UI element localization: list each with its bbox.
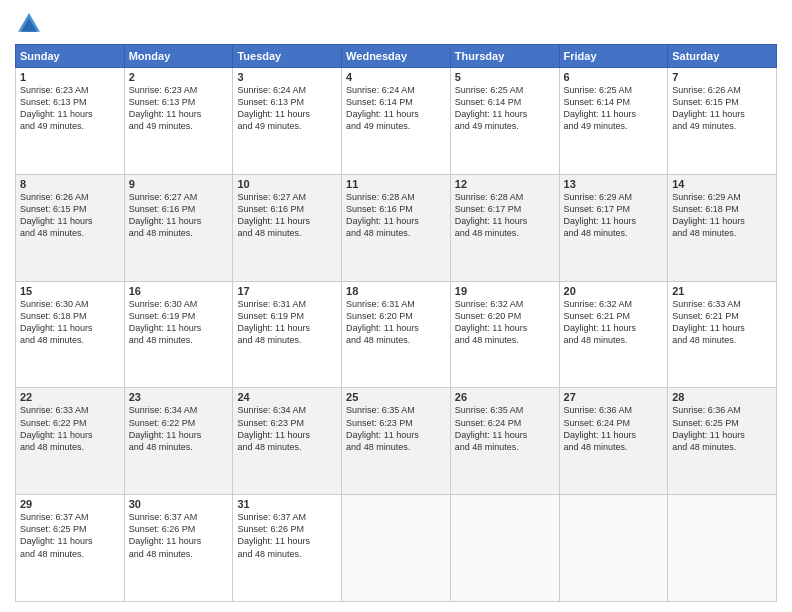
day-info: Sunrise: 6:26 AM Sunset: 6:15 PM Dayligh… — [672, 84, 772, 133]
calendar-day-cell — [559, 495, 668, 602]
calendar-day-cell: 9 Sunrise: 6:27 AM Sunset: 6:16 PM Dayli… — [124, 174, 233, 281]
weekday-header-cell: Sunday — [16, 45, 125, 68]
day-number: 16 — [129, 285, 229, 297]
calendar-day-cell: 6 Sunrise: 6:25 AM Sunset: 6:14 PM Dayli… — [559, 68, 668, 175]
day-number: 4 — [346, 71, 446, 83]
day-info: Sunrise: 6:34 AM Sunset: 6:22 PM Dayligh… — [129, 404, 229, 453]
calendar-day-cell: 4 Sunrise: 6:24 AM Sunset: 6:14 PM Dayli… — [342, 68, 451, 175]
calendar-day-cell: 5 Sunrise: 6:25 AM Sunset: 6:14 PM Dayli… — [450, 68, 559, 175]
header — [15, 10, 777, 38]
day-info: Sunrise: 6:27 AM Sunset: 6:16 PM Dayligh… — [129, 191, 229, 240]
day-number: 11 — [346, 178, 446, 190]
weekday-header-cell: Tuesday — [233, 45, 342, 68]
logo — [15, 10, 47, 38]
day-info: Sunrise: 6:28 AM Sunset: 6:16 PM Dayligh… — [346, 191, 446, 240]
calendar-day-cell: 29 Sunrise: 6:37 AM Sunset: 6:25 PM Dayl… — [16, 495, 125, 602]
calendar-day-cell: 18 Sunrise: 6:31 AM Sunset: 6:20 PM Dayl… — [342, 281, 451, 388]
day-info: Sunrise: 6:31 AM Sunset: 6:20 PM Dayligh… — [346, 298, 446, 347]
day-number: 24 — [237, 391, 337, 403]
weekday-header-cell: Monday — [124, 45, 233, 68]
calendar-day-cell: 13 Sunrise: 6:29 AM Sunset: 6:17 PM Dayl… — [559, 174, 668, 281]
weekday-header-cell: Wednesday — [342, 45, 451, 68]
day-number: 15 — [20, 285, 120, 297]
calendar-week-row: 8 Sunrise: 6:26 AM Sunset: 6:15 PM Dayli… — [16, 174, 777, 281]
day-number: 21 — [672, 285, 772, 297]
calendar-day-cell: 8 Sunrise: 6:26 AM Sunset: 6:15 PM Dayli… — [16, 174, 125, 281]
calendar-day-cell — [668, 495, 777, 602]
day-info: Sunrise: 6:35 AM Sunset: 6:24 PM Dayligh… — [455, 404, 555, 453]
calendar-day-cell — [450, 495, 559, 602]
day-info: Sunrise: 6:31 AM Sunset: 6:19 PM Dayligh… — [237, 298, 337, 347]
weekday-header-cell: Saturday — [668, 45, 777, 68]
page: SundayMondayTuesdayWednesdayThursdayFrid… — [0, 0, 792, 612]
day-info: Sunrise: 6:25 AM Sunset: 6:14 PM Dayligh… — [564, 84, 664, 133]
weekday-header-cell: Friday — [559, 45, 668, 68]
day-number: 14 — [672, 178, 772, 190]
day-info: Sunrise: 6:37 AM Sunset: 6:25 PM Dayligh… — [20, 511, 120, 560]
weekday-header-cell: Thursday — [450, 45, 559, 68]
day-number: 9 — [129, 178, 229, 190]
day-number: 12 — [455, 178, 555, 190]
day-number: 25 — [346, 391, 446, 403]
calendar-day-cell: 11 Sunrise: 6:28 AM Sunset: 6:16 PM Dayl… — [342, 174, 451, 281]
day-info: Sunrise: 6:28 AM Sunset: 6:17 PM Dayligh… — [455, 191, 555, 240]
day-number: 28 — [672, 391, 772, 403]
calendar-day-cell: 7 Sunrise: 6:26 AM Sunset: 6:15 PM Dayli… — [668, 68, 777, 175]
calendar-day-cell: 1 Sunrise: 6:23 AM Sunset: 6:13 PM Dayli… — [16, 68, 125, 175]
day-info: Sunrise: 6:33 AM Sunset: 6:21 PM Dayligh… — [672, 298, 772, 347]
day-info: Sunrise: 6:36 AM Sunset: 6:25 PM Dayligh… — [672, 404, 772, 453]
day-info: Sunrise: 6:23 AM Sunset: 6:13 PM Dayligh… — [129, 84, 229, 133]
day-info: Sunrise: 6:24 AM Sunset: 6:14 PM Dayligh… — [346, 84, 446, 133]
day-number: 5 — [455, 71, 555, 83]
calendar-day-cell: 3 Sunrise: 6:24 AM Sunset: 6:13 PM Dayli… — [233, 68, 342, 175]
calendar-day-cell: 30 Sunrise: 6:37 AM Sunset: 6:26 PM Dayl… — [124, 495, 233, 602]
calendar-week-row: 22 Sunrise: 6:33 AM Sunset: 6:22 PM Dayl… — [16, 388, 777, 495]
calendar-day-cell: 12 Sunrise: 6:28 AM Sunset: 6:17 PM Dayl… — [450, 174, 559, 281]
calendar-day-cell: 16 Sunrise: 6:30 AM Sunset: 6:19 PM Dayl… — [124, 281, 233, 388]
day-number: 26 — [455, 391, 555, 403]
calendar-week-row: 1 Sunrise: 6:23 AM Sunset: 6:13 PM Dayli… — [16, 68, 777, 175]
day-info: Sunrise: 6:34 AM Sunset: 6:23 PM Dayligh… — [237, 404, 337, 453]
logo-icon — [15, 10, 43, 38]
day-number: 1 — [20, 71, 120, 83]
calendar-day-cell: 26 Sunrise: 6:35 AM Sunset: 6:24 PM Dayl… — [450, 388, 559, 495]
day-number: 3 — [237, 71, 337, 83]
day-info: Sunrise: 6:26 AM Sunset: 6:15 PM Dayligh… — [20, 191, 120, 240]
day-info: Sunrise: 6:32 AM Sunset: 6:21 PM Dayligh… — [564, 298, 664, 347]
day-info: Sunrise: 6:37 AM Sunset: 6:26 PM Dayligh… — [129, 511, 229, 560]
day-info: Sunrise: 6:36 AM Sunset: 6:24 PM Dayligh… — [564, 404, 664, 453]
calendar-day-cell: 2 Sunrise: 6:23 AM Sunset: 6:13 PM Dayli… — [124, 68, 233, 175]
day-number: 30 — [129, 498, 229, 510]
calendar-day-cell: 23 Sunrise: 6:34 AM Sunset: 6:22 PM Dayl… — [124, 388, 233, 495]
day-info: Sunrise: 6:29 AM Sunset: 6:17 PM Dayligh… — [564, 191, 664, 240]
day-info: Sunrise: 6:27 AM Sunset: 6:16 PM Dayligh… — [237, 191, 337, 240]
day-info: Sunrise: 6:25 AM Sunset: 6:14 PM Dayligh… — [455, 84, 555, 133]
day-number: 10 — [237, 178, 337, 190]
day-number: 18 — [346, 285, 446, 297]
day-number: 23 — [129, 391, 229, 403]
day-info: Sunrise: 6:24 AM Sunset: 6:13 PM Dayligh… — [237, 84, 337, 133]
day-number: 13 — [564, 178, 664, 190]
calendar-day-cell: 21 Sunrise: 6:33 AM Sunset: 6:21 PM Dayl… — [668, 281, 777, 388]
calendar-day-cell: 17 Sunrise: 6:31 AM Sunset: 6:19 PM Dayl… — [233, 281, 342, 388]
calendar-day-cell — [342, 495, 451, 602]
calendar-table: SundayMondayTuesdayWednesdayThursdayFrid… — [15, 44, 777, 602]
calendar-day-cell: 27 Sunrise: 6:36 AM Sunset: 6:24 PM Dayl… — [559, 388, 668, 495]
calendar-day-cell: 24 Sunrise: 6:34 AM Sunset: 6:23 PM Dayl… — [233, 388, 342, 495]
day-info: Sunrise: 6:37 AM Sunset: 6:26 PM Dayligh… — [237, 511, 337, 560]
day-number: 22 — [20, 391, 120, 403]
weekday-header-row: SundayMondayTuesdayWednesdayThursdayFrid… — [16, 45, 777, 68]
day-number: 27 — [564, 391, 664, 403]
day-number: 7 — [672, 71, 772, 83]
day-number: 29 — [20, 498, 120, 510]
calendar-day-cell: 28 Sunrise: 6:36 AM Sunset: 6:25 PM Dayl… — [668, 388, 777, 495]
day-info: Sunrise: 6:30 AM Sunset: 6:19 PM Dayligh… — [129, 298, 229, 347]
day-number: 19 — [455, 285, 555, 297]
day-number: 2 — [129, 71, 229, 83]
day-number: 8 — [20, 178, 120, 190]
day-info: Sunrise: 6:32 AM Sunset: 6:20 PM Dayligh… — [455, 298, 555, 347]
day-info: Sunrise: 6:23 AM Sunset: 6:13 PM Dayligh… — [20, 84, 120, 133]
calendar-week-row: 29 Sunrise: 6:37 AM Sunset: 6:25 PM Dayl… — [16, 495, 777, 602]
calendar-day-cell: 20 Sunrise: 6:32 AM Sunset: 6:21 PM Dayl… — [559, 281, 668, 388]
calendar-week-row: 15 Sunrise: 6:30 AM Sunset: 6:18 PM Dayl… — [16, 281, 777, 388]
